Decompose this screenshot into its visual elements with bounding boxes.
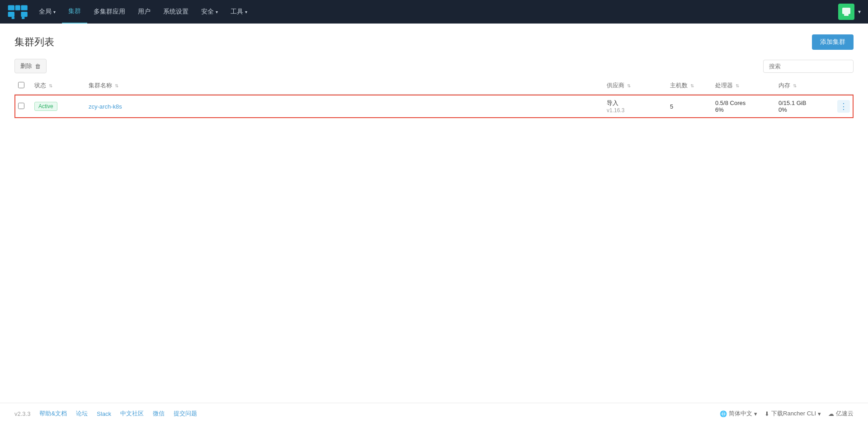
logo[interactable] <box>7 4 29 20</box>
footer-version: v2.3.3 <box>14 410 30 417</box>
main-content: 集群列表 添加集群 删除 🗑 状态 ⇅ 集群名称 ⇅ <box>0 24 868 403</box>
sort-icon-memory[interactable]: ⇅ <box>793 83 797 88</box>
col-header-cpu: 处理器 ⇅ <box>712 77 775 95</box>
svg-rect-5 <box>12 17 14 19</box>
table-header: 状态 ⇅ 集群名称 ⇅ 供应商 ⇅ 主机数 ⇅ 处理器 ⇅ <box>14 77 854 95</box>
globe-icon: 🌐 <box>720 410 727 417</box>
provider-version: v1.16.3 <box>607 107 663 114</box>
nav-item-system-settings[interactable]: 系统设置 <box>157 0 195 24</box>
nav-item-security[interactable]: 安全 ▾ <box>195 0 224 24</box>
table-body: Active zcy-arch-k8s 导入 v1.16.3 5 0.5/8 C… <box>14 95 854 119</box>
nav-item-users[interactable]: 用户 <box>132 0 157 24</box>
chevron-down-icon: ▾ <box>53 10 56 14</box>
chevron-down-icon: ▾ <box>245 10 247 14</box>
svg-rect-3 <box>8 12 14 17</box>
footer-link-forum[interactable]: 论坛 <box>76 410 88 418</box>
footer-right: 🌐 简体中文 ▾ ⬇ 下载Rancher CLI ▾ ☁ 亿速云 <box>720 410 854 418</box>
download-icon: ⬇ <box>764 410 769 417</box>
nav-items: 全局 ▾ 集群 多集群应用 用户 系统设置 安全 ▾ 工具 ▾ <box>33 0 838 24</box>
cluster-name-link[interactable]: zcy-arch-k8s <box>89 103 122 110</box>
cloud-icon: ☁ <box>828 410 834 417</box>
footer-language-switcher[interactable]: 🌐 简体中文 ▾ <box>720 410 757 418</box>
cluster-table: 状态 ⇅ 集群名称 ⇅ 供应商 ⇅ 主机数 ⇅ 处理器 ⇅ <box>14 77 854 118</box>
col-header-provider: 供应商 ⇅ <box>603 77 666 95</box>
user-avatar[interactable] <box>838 4 854 20</box>
delete-button[interactable]: 删除 🗑 <box>14 59 47 73</box>
nav-item-multi-cluster-apps[interactable]: 多集群应用 <box>87 0 132 24</box>
row-checkbox-cell <box>14 95 31 119</box>
table-row: Active zcy-arch-k8s 导入 v1.16.3 5 0.5/8 C… <box>14 95 854 119</box>
nav-item-tools[interactable]: 工具 ▾ <box>224 0 254 24</box>
trash-icon: 🗑 <box>35 63 41 70</box>
select-all-checkbox[interactable] <box>18 82 24 88</box>
row-actions-cell: ⋮ <box>834 95 854 119</box>
navbar-right: ▾ <box>838 4 861 20</box>
row-memory-cell: 0/15.1 GiB 0% <box>775 95 834 119</box>
chevron-down-icon: ▾ <box>216 10 218 14</box>
user-menu-chevron-icon[interactable]: ▾ <box>858 9 861 15</box>
sort-icon-status[interactable]: ⇅ <box>49 83 52 88</box>
footer-link-submit-issue[interactable]: 提交问题 <box>174 410 197 418</box>
footer-link-wechat[interactable]: 微信 <box>153 410 165 418</box>
page-header: 集群列表 添加集群 <box>14 34 854 50</box>
rancher-logo-icon <box>7 4 29 20</box>
row-cpu-cell: 0.5/8 Cores 6% <box>712 95 775 119</box>
row-actions-button[interactable]: ⋮ <box>837 100 850 113</box>
select-all-header <box>14 77 31 95</box>
row-checkbox[interactable] <box>18 103 24 109</box>
row-hosts-cell: 5 <box>666 95 712 119</box>
user-icon <box>841 7 851 17</box>
svg-rect-8 <box>844 14 849 16</box>
chevron-down-icon: ▾ <box>754 410 757 417</box>
footer-link-help[interactable]: 帮助&文档 <box>39 410 67 418</box>
svg-rect-6 <box>22 17 24 19</box>
col-header-status: 状态 ⇅ <box>31 77 85 95</box>
provider-name: 导入 <box>607 99 663 107</box>
sort-icon-hosts[interactable]: ⇅ <box>690 83 694 88</box>
footer-link-chinese-community[interactable]: 中文社区 <box>120 410 144 418</box>
search-input[interactable] <box>763 60 854 73</box>
footer-link-slack[interactable]: Slack <box>97 410 111 417</box>
nav-item-cluster[interactable]: 集群 <box>62 0 87 24</box>
add-cluster-button[interactable]: 添加集群 <box>812 34 854 50</box>
svg-rect-1 <box>15 5 20 10</box>
col-header-memory: 内存 ⇅ <box>775 77 834 95</box>
footer-yisunyun[interactable]: ☁ 亿速云 <box>828 410 854 418</box>
col-header-actions <box>834 77 854 95</box>
row-status-cell: Active <box>31 95 85 119</box>
row-name-cell: zcy-arch-k8s <box>85 95 603 119</box>
footer: v2.3.3 帮助&文档 论坛 Slack 中文社区 微信 提交问题 🌐 简体中… <box>0 403 868 424</box>
col-header-name: 集群名称 ⇅ <box>85 77 603 95</box>
page-title: 集群列表 <box>14 35 54 49</box>
footer-download-cli[interactable]: ⬇ 下载Rancher CLI ▾ <box>764 410 821 418</box>
footer-left: v2.3.3 帮助&文档 论坛 Slack 中文社区 微信 提交问题 <box>14 410 197 418</box>
sort-icon-cpu[interactable]: ⇅ <box>736 83 739 88</box>
toolbar: 删除 🗑 <box>14 59 854 73</box>
nav-item-global[interactable]: 全局 ▾ <box>33 0 62 24</box>
svg-rect-0 <box>8 5 14 10</box>
row-provider-cell: 导入 v1.16.3 <box>603 95 666 119</box>
sort-icon-name[interactable]: ⇅ <box>115 83 118 88</box>
status-badge: Active <box>34 102 57 111</box>
svg-rect-4 <box>21 12 27 17</box>
svg-rect-2 <box>21 5 27 10</box>
col-header-hosts: 主机数 ⇅ <box>666 77 712 95</box>
svg-rect-7 <box>842 8 850 14</box>
chevron-down-icon: ▾ <box>818 410 821 417</box>
navbar: 全局 ▾ 集群 多集群应用 用户 系统设置 安全 ▾ 工具 ▾ <box>0 0 868 24</box>
sort-icon-provider[interactable]: ⇅ <box>627 83 631 88</box>
